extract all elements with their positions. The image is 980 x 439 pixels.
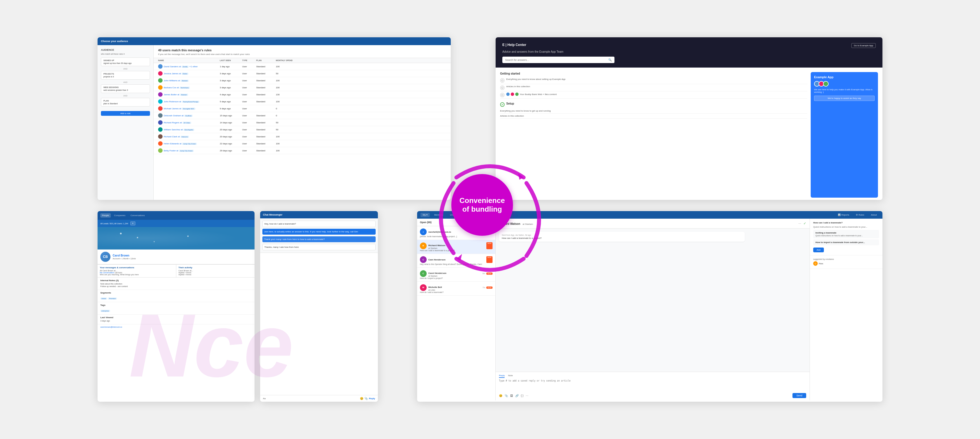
app-sidebar-text: We are here to help you make it with Exa…	[814, 88, 875, 93]
col-spend: MONTHLY SPEND	[276, 59, 301, 61]
badge-text: Convenience of bundling	[457, 193, 508, 216]
and-label-1: AND	[101, 68, 150, 70]
user-type: User	[242, 121, 256, 124]
br-detail: Richard Watson at Startam ⋯ ✓ Sent from …	[496, 219, 810, 400]
monthly-spend: 130	[276, 93, 301, 96]
compose-tab-reply[interactable]: Reply	[499, 374, 504, 378]
app-sidebar-btn[interactable]: We're happy to assist as they say	[814, 95, 875, 101]
help-brand: E | Help Center	[502, 43, 526, 47]
match-count: 49 users match this message's rules	[158, 48, 446, 52]
last-seen: 20 days ago	[220, 129, 242, 131]
user-type: User	[242, 135, 256, 138]
tab-conversations[interactable]: Conversations	[129, 213, 146, 218]
bm-compose-area: Hey, how do I add a teammate? Join here,…	[260, 218, 378, 253]
bl-tags: Tags enterprise	[97, 302, 255, 315]
compose-tab-note[interactable]: Note	[508, 374, 513, 378]
user-type: User	[242, 142, 256, 145]
conv-item-5[interactable]: M Michelle Bell at Linkn 7m NEW	[417, 282, 495, 296]
svg-point-2	[501, 94, 503, 96]
conv-item-2[interactable]: R Richard Watson at Startam NEW How can …	[417, 240, 495, 254]
help-item: Articles in this collection	[500, 113, 807, 119]
user-type: User	[242, 80, 256, 82]
attach-icon[interactable]: 📎	[504, 394, 508, 397]
more-icon[interactable]: ⋯	[526, 394, 528, 397]
user-plan: Standard	[256, 65, 276, 68]
toolbar-reports[interactable]: 📊 Reports	[836, 213, 851, 217]
help-item-text: Articles in this collection	[506, 85, 530, 88]
link-icon[interactable]: 🔗	[515, 394, 519, 397]
image-icon[interactable]: 🖼	[510, 394, 513, 397]
br-message-area: Sent from App, via Salton, 3d ago How ca…	[496, 229, 810, 372]
monthly-spend: 0	[276, 115, 301, 117]
tab-companies[interactable]: Companies	[112, 213, 127, 218]
monthly-spend: 50	[276, 129, 301, 131]
help-item: Everything you need to know to get up an…	[500, 108, 807, 113]
bundling-badge: Convenience of bundling	[451, 174, 513, 236]
avatar	[158, 78, 162, 83]
last-seen: 3 days ago	[220, 80, 242, 82]
emoji-icon[interactable]: 😊	[499, 394, 502, 397]
conv-item-4[interactable]: C Carol Henderson at Startam 6m NEW	[417, 268, 495, 282]
suggestion-item-2: How to import a teammate from outside yo…	[813, 239, 879, 245]
goto-app-button[interactable]: Go to Example App	[851, 43, 876, 48]
suggestion-title: How to import a teammate from outside yo…	[815, 241, 877, 243]
user-type: User	[242, 107, 256, 110]
table-row: Betty Foster at Jump City Green 29 days …	[154, 147, 451, 154]
user-plan: Standard	[256, 142, 276, 145]
map-dot	[154, 241, 155, 242]
last-seen: 22 days ago	[220, 142, 242, 145]
conv-company: at Startam	[428, 275, 446, 277]
bm-message-bubble: Hey, how do I add a teammate?	[262, 221, 375, 227]
contact-meta: Account • 1 Month • 12min	[113, 258, 136, 259]
bl-filter-btn[interactable]: ▾	[130, 221, 135, 225]
monthly-spend: 100	[276, 80, 301, 82]
toolbar-rules[interactable]: ⚙ Rules	[854, 213, 867, 217]
sidebar-instruction: Quick instructions on how to add a teamm…	[813, 226, 879, 228]
user-type: User	[242, 100, 256, 103]
suggestion-item-1: Inviting a teammate Quick instructions o…	[813, 230, 879, 238]
rule-web-sessions: WEB SESSIONS web sessions greater than 3	[101, 84, 150, 93]
search-bar[interactable]: 🔍	[502, 57, 614, 63]
search-input[interactable]	[505, 59, 608, 61]
toolbar-mentions[interactable]: Mentions	[432, 213, 445, 217]
bm-compose-bar[interactable]: Aa 😊 📎 Reply	[260, 395, 378, 402]
emoji-icon[interactable]: 😊	[360, 397, 363, 400]
setup-title: Setup	[506, 102, 514, 105]
help-item: Everything you need to know about settin…	[500, 77, 807, 84]
conv-time: 6m	[482, 272, 485, 274]
detail-options-icon[interactable]: ⋯	[799, 222, 801, 225]
attach-icon[interactable]: 📎	[364, 397, 368, 400]
audience-sidebar: Audience who match all these rules ▾ SIG…	[97, 45, 154, 200]
user-plan: Standard	[256, 129, 276, 131]
table-row: David Sanders at Zenifiy +1 other 1 day …	[154, 63, 451, 70]
table-header-row: NAME LAST SEEN TYPE PLAN MONTHLY SPEND	[154, 58, 451, 63]
bl-subheader: All Leads: 503 | All Users: 1,244 ▾	[97, 220, 255, 227]
code-icon[interactable]: { }	[521, 394, 523, 397]
contact-avatar: CB	[100, 252, 110, 262]
conv-time: 7m	[482, 286, 485, 288]
detail-check-icon[interactable]: ✓	[803, 221, 806, 225]
compose-input[interactable]	[499, 380, 806, 391]
send-button[interactable]: Send	[792, 393, 806, 398]
user-name: Jessica James at Dukiw	[164, 72, 188, 75]
user-type: User	[242, 129, 256, 131]
tab-people[interactable]: People	[100, 213, 111, 218]
add-button[interactable]: Add	[813, 248, 824, 252]
toolbar-about[interactable]: About	[869, 213, 879, 217]
user-plan: Standard	[256, 80, 276, 82]
contact-email: carol.brown@intercom.io	[97, 324, 255, 330]
rule-projects: PROJECTS projects is 0	[101, 71, 150, 80]
reply-label[interactable]: Reply	[369, 397, 375, 400]
toolbar-my[interactable]: My ▾	[420, 213, 430, 217]
monthly-spend: 100	[276, 150, 301, 152]
contact-card: CB Carol Brown Account • 1 Month • 12min	[97, 250, 255, 265]
avatar: O	[813, 261, 818, 266]
message-meta: Sent from App, via Salton, 3d ago	[502, 234, 742, 236]
sidebar-suggested-title: How can I add a teammate?	[813, 221, 879, 224]
conv-item-3[interactable]: C Cam Henderson NEW Hey, what is this Op…	[417, 254, 495, 268]
user-name: Barbara Cox at Technhans	[164, 86, 190, 89]
table-row: John Robinson at TwentySomeThorigs 5 day…	[154, 98, 451, 105]
add-rule-button[interactable]: Add a rule	[101, 111, 150, 116]
avatar	[158, 127, 162, 132]
col-plan: PLAN	[256, 59, 276, 61]
